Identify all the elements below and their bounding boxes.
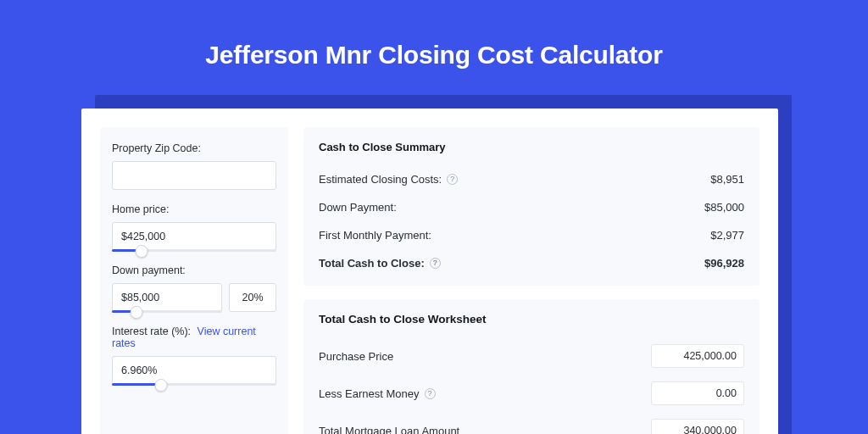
- down-payment-pct-input[interactable]: 20%: [229, 283, 276, 312]
- down-payment-input[interactable]: [112, 283, 222, 312]
- worksheet-value-box[interactable]: 425,000.00: [651, 344, 744, 368]
- interest-label: Interest rate (%): View current rates: [112, 326, 276, 349]
- summary-total-label: Total Cash to Close:: [319, 257, 425, 270]
- down-payment-field: Down payment: 20%: [112, 264, 276, 312]
- home-price-slider-thumb[interactable]: [135, 245, 147, 258]
- summary-box: Cash to Close Summary Estimated Closing …: [303, 127, 760, 286]
- worksheet-value-box[interactable]: 0.00: [651, 381, 744, 405]
- home-price-label: Home price:: [112, 203, 276, 215]
- summary-row-first-monthly: First Monthly Payment: $2,977: [319, 221, 744, 249]
- interest-slider-wrap: [112, 356, 276, 385]
- calculator-card: Property Zip Code: Home price: Down paym…: [81, 108, 778, 434]
- down-payment-slider-wrap: [112, 283, 222, 312]
- page-title: Jefferson Mnr Closing Cost Calculator: [0, 0, 868, 95]
- down-payment-label: Down payment:: [112, 264, 276, 276]
- worksheet-value-box[interactable]: 340,000.00: [651, 419, 744, 434]
- home-price-field: Home price:: [112, 203, 276, 251]
- help-icon[interactable]: ?: [430, 258, 441, 269]
- summary-value: $2,977: [710, 229, 744, 242]
- inputs-panel: Property Zip Code: Home price: Down paym…: [100, 127, 288, 434]
- worksheet-label: Less Earnest Money: [319, 387, 420, 400]
- summary-label: Estimated Closing Costs:: [319, 173, 442, 186]
- summary-row-closing-costs: Estimated Closing Costs: ? $8,951: [319, 165, 744, 193]
- summary-row-total: Total Cash to Close: ? $96,928: [319, 249, 744, 277]
- interest-slider-fill: [112, 383, 161, 386]
- worksheet-label: Purchase Price: [319, 350, 393, 363]
- interest-slider-thumb[interactable]: [155, 379, 168, 392]
- zip-input[interactable]: [112, 161, 276, 190]
- worksheet-box: Total Cash to Close Worksheet Purchase P…: [303, 299, 760, 434]
- results-panel: Cash to Close Summary Estimated Closing …: [303, 127, 760, 434]
- down-payment-slider-thumb[interactable]: [130, 306, 142, 319]
- summary-title: Cash to Close Summary: [319, 141, 744, 153]
- worksheet-row-mortgage-loan: Total Mortgage Loan Amount 340,000.00: [319, 412, 744, 434]
- worksheet-row-earnest-money: Less Earnest Money ? 0.00: [319, 375, 744, 412]
- home-price-slider-wrap: [112, 222, 276, 251]
- summary-value: $8,951: [710, 173, 744, 186]
- interest-input[interactable]: [112, 356, 276, 385]
- worksheet-label: Total Mortgage Loan Amount: [319, 425, 459, 435]
- worksheet-title: Total Cash to Close Worksheet: [319, 313, 744, 326]
- help-icon[interactable]: ?: [447, 174, 458, 185]
- summary-label: First Monthly Payment:: [319, 229, 431, 242]
- summary-label: Down Payment:: [319, 201, 397, 214]
- interest-field: Interest rate (%): View current rates: [112, 326, 276, 385]
- summary-value: $85,000: [704, 201, 744, 214]
- zip-label: Property Zip Code:: [112, 142, 276, 154]
- summary-total-value: $96,928: [704, 257, 744, 270]
- zip-field: Property Zip Code:: [112, 142, 276, 190]
- worksheet-row-purchase-price: Purchase Price 425,000.00: [319, 337, 744, 375]
- help-icon[interactable]: ?: [425, 388, 436, 399]
- summary-row-down-payment: Down Payment: $85,000: [319, 193, 744, 221]
- interest-label-text: Interest rate (%):: [112, 326, 191, 337]
